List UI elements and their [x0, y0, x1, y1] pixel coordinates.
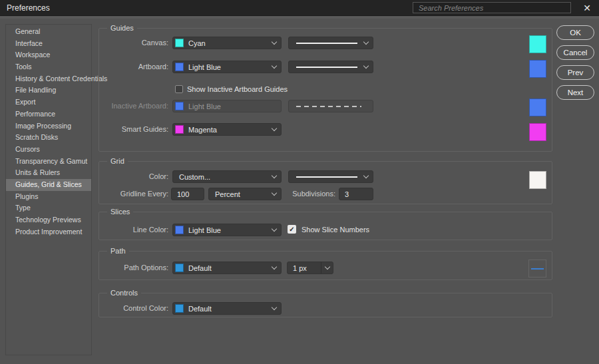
- subdivisions-input[interactable]: [339, 188, 373, 200]
- sidebar-item-plugins[interactable]: Plugins: [6, 191, 91, 203]
- inactive-artboard-color-swatch-icon: [175, 102, 184, 110]
- inactive-artboard-line-style-select: [288, 100, 373, 112]
- guides-section-title: Guides: [107, 24, 137, 33]
- sidebar-item-tools[interactable]: Tools: [6, 61, 91, 73]
- inactive-artboard-color-preview: [529, 98, 546, 116]
- canvas-color-swatch-icon: [175, 39, 184, 47]
- sidebar-item-export[interactable]: Export: [6, 96, 91, 108]
- path-options-color-swatch-icon: [175, 264, 184, 272]
- grid-line-style-select[interactable]: [288, 170, 373, 183]
- show-slice-numbers-label: Show Slice Numbers: [301, 225, 369, 234]
- control-color-select[interactable]: Default: [172, 302, 282, 315]
- ok-button[interactable]: OK: [556, 25, 594, 40]
- show-inactive-artboard-guides-label: Show Inactive Artboard Guides: [187, 85, 288, 94]
- close-icon[interactable]: ✕: [580, 1, 594, 15]
- gridline-every-label: Gridline Every:: [99, 188, 168, 200]
- sidebar-item-scratch-disks[interactable]: Scratch Disks: [6, 132, 91, 144]
- sidebar-item-guides-grid-slices[interactable]: Guides, Grid & Slices: [6, 179, 91, 191]
- sidebar-item-file-handling[interactable]: File Handling: [6, 85, 91, 96]
- title-bar: Preferences ✕: [0, 0, 599, 16]
- slice-line-color-swatch-icon: [175, 226, 184, 234]
- grid-section: Grid Color: Custom... Gridline Every: Pe…: [99, 161, 552, 204]
- chevron-down-icon: [272, 173, 277, 178]
- artboard-color-value: Light Blue: [188, 63, 221, 71]
- smart-guides-color-swatch-icon: [175, 125, 184, 134]
- controls-section: Controls Control Color: Default: [99, 293, 552, 317]
- grid-color-select[interactable]: Custom...: [172, 170, 282, 183]
- smart-guides-label: Smart Guides:: [99, 123, 168, 136]
- controls-section-title: Controls: [107, 289, 141, 297]
- chevron-down-icon: [272, 264, 277, 270]
- grid-color-value: Custom...: [175, 173, 210, 181]
- show-inactive-artboard-guides-checkbox[interactable]: [175, 85, 183, 93]
- sidebar-item-performance[interactable]: Performance: [6, 108, 91, 120]
- sidebar-item-units-rulers[interactable]: Units & Rulers: [6, 167, 91, 179]
- window-title: Preferences: [7, 0, 50, 16]
- path-section-title: Path: [107, 247, 129, 256]
- search-input[interactable]: [413, 2, 571, 13]
- canvas-label: Canvas:: [99, 37, 168, 49]
- path-line-width-select[interactable]: 1 px: [287, 262, 333, 274]
- solid-line-icon: [296, 67, 357, 68]
- chevron-down-icon: [272, 305, 277, 310]
- dashed-line-icon: [296, 106, 361, 107]
- gridline-every-input[interactable]: [171, 188, 204, 200]
- sidebar-item-workspace[interactable]: Workspace: [6, 49, 91, 61]
- canvas-color-select[interactable]: Cyan: [172, 37, 282, 49]
- sidebar-item-technology-previews[interactable]: Technology Previews: [6, 214, 91, 226]
- path-options-label: Path Options:: [99, 262, 168, 274]
- control-color-label: Control Color:: [99, 302, 168, 315]
- cancel-button[interactable]: Cancel: [556, 45, 594, 60]
- sidebar-item-cursors[interactable]: Cursors: [6, 144, 91, 156]
- chevron-down-icon: [272, 39, 277, 45]
- slices-section-title: Slices: [107, 208, 133, 216]
- artboard-label: Artboard:: [99, 61, 168, 73]
- chevron-down-icon: [363, 63, 369, 69]
- slice-line-color-value: Light Blue: [188, 226, 221, 234]
- chevron-down-icon: [321, 262, 333, 273]
- slice-line-color-select[interactable]: Light Blue: [172, 224, 282, 236]
- prev-button[interactable]: Prev: [556, 65, 594, 80]
- path-line-width-value: 1 px: [293, 264, 307, 272]
- chevron-down-icon: [363, 39, 369, 45]
- sidebar-item-history-content-credentials[interactable]: History & Content Credentials: [6, 73, 91, 85]
- next-button[interactable]: Next: [556, 85, 594, 100]
- sidebar-item-interface[interactable]: Interface: [6, 38, 91, 50]
- guides-section: Guides Canvas: Cyan Artboard: Light Blue…: [99, 28, 552, 152]
- grid-color-label: Color:: [99, 170, 168, 183]
- preferences-category-list: General Interface Workspace Tools Histor…: [5, 24, 92, 355]
- path-options-select[interactable]: Default: [172, 262, 282, 274]
- canvas-line-style-select[interactable]: [288, 37, 373, 49]
- gridline-unit-value: Percent: [211, 190, 240, 198]
- sidebar-item-transparency-gamut[interactable]: Transparency & Gamut: [6, 156, 91, 168]
- sidebar-item-product-improvement[interactable]: Product Improvement: [6, 226, 91, 238]
- canvas-guide-color-preview: [529, 35, 546, 53]
- chevron-down-icon: [272, 226, 277, 232]
- artboard-line-style-select[interactable]: [288, 61, 373, 73]
- inactive-artboard-color-value: Light Blue: [188, 102, 221, 110]
- solid-line-icon: [296, 176, 357, 178]
- solid-line-icon: [296, 43, 357, 44]
- subdivisions-label: Subdivisions:: [259, 188, 335, 200]
- chevron-down-icon: [272, 63, 277, 69]
- inactive-artboard-label: Inactive Artboard:: [99, 100, 168, 112]
- grid-section-title: Grid: [107, 157, 128, 166]
- sidebar-item-general[interactable]: General: [6, 26, 91, 38]
- control-color-value: Default: [188, 305, 212, 313]
- artboard-color-select[interactable]: Light Blue: [172, 61, 282, 73]
- artboard-guide-color-preview: [529, 60, 546, 78]
- chevron-down-icon: [272, 126, 277, 131]
- path-line-preview-stroke: [531, 268, 544, 270]
- canvas-color-value: Cyan: [188, 39, 206, 47]
- artboard-color-swatch-icon: [175, 63, 184, 71]
- grid-color-preview: [529, 171, 546, 189]
- smart-guides-color-value: Magenta: [188, 126, 217, 134]
- inactive-artboard-color-select: Light Blue: [172, 100, 282, 112]
- show-slice-numbers-checkbox[interactable]: ✓: [288, 225, 296, 234]
- smart-guides-color-select[interactable]: Magenta: [172, 123, 282, 136]
- sidebar-item-image-processing[interactable]: Image Processing: [6, 120, 91, 132]
- sidebar-item-type[interactable]: Type: [6, 202, 91, 214]
- slices-section: Slices Line Color: Light Blue ✓ Show Sli…: [99, 212, 552, 240]
- path-options-value: Default: [188, 264, 212, 272]
- path-section: Path Path Options: Default 1 px: [99, 251, 552, 280]
